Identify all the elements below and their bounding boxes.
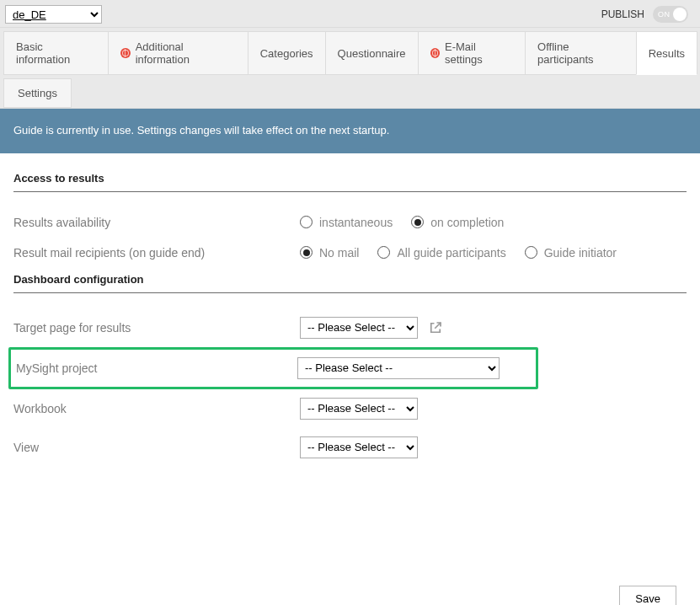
tab-basic-information[interactable]: Basic information [3, 31, 109, 75]
radio-icon [300, 216, 313, 228]
sub-tabs: Settings [0, 75, 700, 109]
label-view: View [13, 441, 300, 454]
locale-select[interactable]: de_DE [5, 5, 102, 24]
radio-label: All guide participants [397, 246, 505, 260]
highlight-mysight: MySight project -- Please Select -- [8, 347, 538, 389]
row-mysight-project: MySight project -- Please Select -- [11, 355, 536, 382]
control-view: -- Please Select -- [300, 436, 687, 458]
tab-label: E-Mail settings [445, 40, 513, 66]
tab-email-settings[interactable]: E-Mail settings [418, 31, 526, 75]
radio-icon [525, 246, 537, 259]
radio-on-completion[interactable]: on completion [411, 216, 504, 229]
radio-label: No mail [319, 246, 359, 260]
label-target-page: Target page for results [13, 321, 300, 335]
tab-label: Results [649, 47, 685, 60]
tab-label: Additional information [136, 40, 236, 66]
row-target-page: Target page for results -- Please Select… [13, 308, 687, 347]
control-results-availability: instantaneous on completion [300, 216, 687, 229]
top-bar: de_DE PUBLISH ON [0, 0, 700, 28]
publish-toggle[interactable]: ON [653, 6, 688, 23]
select-target-page[interactable]: -- Please Select -- [300, 317, 418, 339]
subtab-settings[interactable]: Settings [3, 78, 72, 108]
external-link-icon[interactable] [428, 320, 443, 335]
section-access-heading: Access to results [13, 172, 687, 192]
label-result-mail: Result mail recipients (on guide end) [13, 246, 300, 260]
row-workbook: Workbook -- Please Select -- [13, 389, 687, 428]
radio-all-participants[interactable]: All guide participants [377, 246, 505, 260]
locale-wrap: de_DE [5, 5, 102, 24]
main-tabs: Basic information Additional information… [0, 28, 700, 75]
globe-icon [430, 48, 440, 58]
notice-text: Guide is currently in use. Settings chan… [13, 124, 389, 137]
select-workbook[interactable]: -- Please Select -- [300, 398, 418, 420]
tab-categories[interactable]: Categories [248, 31, 326, 75]
row-results-availability: Results availability instantaneous on co… [13, 207, 687, 238]
tab-offline-participants[interactable]: Offline participants [525, 31, 637, 75]
radio-label: Guide initiator [544, 246, 617, 260]
radio-icon [411, 216, 424, 228]
tab-questionnaire[interactable]: Questionnaire [325, 31, 419, 75]
section-dashboard-heading: Dashboard configuration [13, 273, 687, 293]
globe-icon [120, 48, 130, 58]
radio-label: instantaneous [319, 216, 393, 229]
tab-label: Questionnaire [338, 47, 406, 60]
tab-label: Categories [260, 47, 313, 60]
publish-wrap: PUBLISH ON [601, 6, 692, 23]
row-result-mail: Result mail recipients (on guide end) No… [13, 238, 687, 268]
panel-footer: Save [13, 576, 687, 605]
radio-instantaneous[interactable]: instantaneous [300, 216, 393, 229]
control-mysight-project: -- Please Select -- [297, 357, 536, 379]
control-target-page: -- Please Select -- [300, 317, 687, 339]
select-mysight-project[interactable]: -- Please Select -- [297, 357, 500, 379]
label-results-availability: Results availability [13, 216, 300, 229]
results-panel: Access to results Results availability i… [0, 153, 700, 605]
radio-guide-initiator[interactable]: Guide initiator [525, 246, 617, 260]
notice-banner: Guide is currently in use. Settings chan… [0, 109, 700, 153]
subtab-label: Settings [18, 87, 57, 99]
label-mysight-project: MySight project [16, 361, 297, 375]
toggle-text: ON [658, 10, 671, 19]
publish-label: PUBLISH [601, 8, 644, 20]
radio-icon [377, 246, 390, 259]
select-view[interactable]: -- Please Select -- [300, 436, 418, 458]
control-workbook: -- Please Select -- [300, 398, 687, 420]
radio-icon [300, 246, 313, 259]
row-view: View -- Please Select -- [13, 428, 687, 467]
label-workbook: Workbook [13, 402, 300, 415]
tab-results[interactable]: Results [636, 31, 697, 75]
tab-additional-information[interactable]: Additional information [108, 31, 248, 75]
save-button[interactable]: Save [619, 586, 676, 605]
control-result-mail: No mail All guide participants Guide ini… [300, 246, 687, 260]
radio-no-mail[interactable]: No mail [300, 246, 359, 260]
tab-label: Offline participants [537, 40, 624, 66]
tab-label: Basic information [16, 40, 96, 66]
radio-label: on completion [430, 216, 504, 229]
